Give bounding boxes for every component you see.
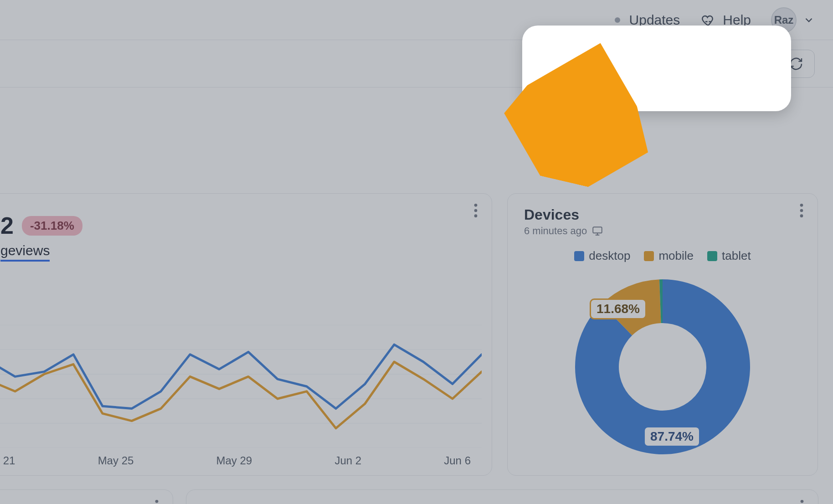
legend-tablet: tablet	[722, 249, 751, 263]
legend-desktop: desktop	[589, 249, 630, 263]
svg-rect-4	[663, 64, 668, 71]
devices-title: Devices	[508, 194, 818, 224]
pageviews-card: 2 -31.18% geviews 13May 17May 21May 25Ma…	[0, 193, 492, 476]
svg-point-15	[800, 204, 803, 207]
pageviews-line-chart	[0, 325, 482, 448]
svg-point-7	[474, 209, 478, 212]
user-menu[interactable]: Raz	[771, 7, 815, 33]
browsers-countries-card: Browsers & Countries 6 minutes ago Count…	[186, 489, 818, 504]
refresh-icon	[789, 57, 803, 71]
donut-label-desktop: 87.74%	[643, 426, 700, 447]
download-icon[interactable]	[615, 54, 635, 74]
pageviews-x-axis: 13May 17May 21May 25May 29Jun 2Jun 6	[0, 454, 484, 467]
topbar: Updates Help Raz	[0, 0, 833, 40]
card-menu-icon[interactable]	[800, 500, 804, 504]
card-menu-icon[interactable]	[154, 500, 159, 504]
chevron-down-icon	[803, 14, 815, 26]
pageviews-delta-badge: -31.18%	[22, 216, 82, 236]
updates-link[interactable]: Updates	[615, 12, 680, 28]
svg-point-17	[800, 214, 803, 217]
bc-title: Browsers & Countries	[186, 490, 818, 504]
add-chart-icon[interactable]	[579, 54, 599, 74]
layout-grid-icon[interactable]	[652, 54, 672, 74]
svg-rect-5	[655, 67, 660, 70]
devices-updated: 6 minutes ago	[524, 225, 587, 237]
heart-hands-icon	[700, 12, 716, 28]
donut-label-mobile: 11.68%	[590, 298, 647, 319]
help-label: Help	[723, 12, 751, 28]
avatar: Raz	[771, 7, 797, 33]
legend-mobile: mobile	[658, 249, 694, 263]
card-menu-icon[interactable]	[799, 204, 804, 217]
pageviews-value: 2	[0, 212, 14, 239]
updates-label: Updates	[629, 12, 680, 28]
svg-point-22	[801, 500, 804, 503]
svg-rect-18	[593, 227, 602, 233]
help-link[interactable]: Help	[700, 12, 751, 28]
svg-point-16	[800, 209, 803, 212]
secondary-card	[0, 489, 173, 504]
pageviews-metric-label: geviews	[0, 243, 50, 262]
svg-rect-3	[663, 57, 668, 61]
card-menu-icon[interactable]	[473, 204, 478, 217]
updates-dot-icon	[615, 17, 620, 23]
devices-legend: desktop mobile tablet	[508, 249, 818, 263]
svg-point-19	[155, 500, 159, 503]
pageviews-metric[interactable]: geviews	[0, 241, 492, 260]
monitor-icon	[591, 225, 603, 237]
devices-card: Devices 6 minutes ago desktop mobile tab…	[507, 193, 818, 476]
refresh-charts-button[interactable]: Refresh charts	[688, 50, 815, 78]
svg-rect-2	[655, 57, 660, 64]
refresh-label: Refresh charts	[699, 57, 782, 71]
dashboard-actions: Refresh charts	[0, 40, 833, 87]
svg-point-6	[474, 204, 478, 207]
svg-point-8	[474, 214, 478, 217]
